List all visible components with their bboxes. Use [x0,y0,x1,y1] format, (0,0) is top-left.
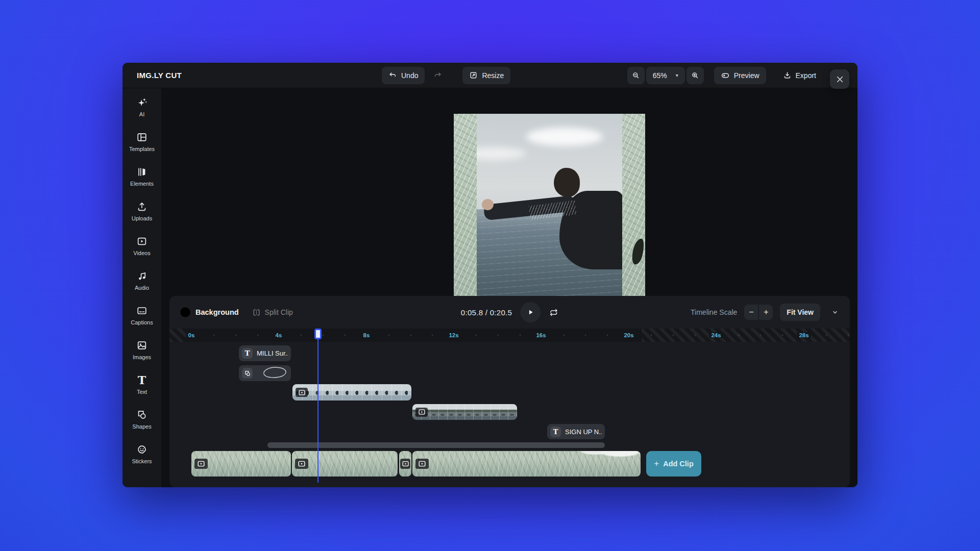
text-clip-label: MILLI Sur... [257,349,288,357]
resize-icon [469,71,478,80]
text-clip-signup[interactable]: T SIGN UP N... [547,424,605,439]
preview-button[interactable]: Preview [714,67,766,84]
close-icon [835,74,845,84]
surfer-head [554,168,580,197]
templates-layout-icon [136,131,148,143]
background-track-segment-2[interactable] [292,451,398,477]
redo-icon [433,71,442,80]
sidebar-item-text[interactable]: T Text [122,374,161,395]
preview-right-border-texture [622,114,645,321]
text-clip-milli[interactable]: T MILLI Sur... [239,345,291,361]
sidebar-item-elements[interactable]: Elements [122,166,161,187]
redo-button[interactable] [429,67,446,84]
ruler-label: 0s [186,332,197,338]
resize-label: Resize [482,71,504,80]
undo-icon [388,71,397,80]
captions-icon [136,305,148,316]
seaweed-detail [630,238,646,266]
sidebar-item-stickers[interactable]: Stickers [122,443,161,464]
cloud [526,128,603,146]
music-note-icon [136,270,148,282]
plus-icon: + [654,459,659,469]
ruler-label: 8s [361,332,372,338]
text-clip-label: SIGN UP N... [565,428,602,436]
sidebar-item-ai[interactable]: AI [122,96,161,117]
sidebar-item-label: Audio [135,285,149,291]
ruler-minor-ticks [191,335,850,336]
zoom-out-button[interactable] [627,67,645,84]
preview-toggle-icon [721,71,730,80]
zoom-level-dropdown[interactable]: 65% ▾ [646,67,685,84]
timeline-ruler[interactable]: 0s 4s 8s 12s 16s 20s 24s 28s [169,329,850,342]
video-clip-2[interactable] [412,404,517,420]
text-icon: T [138,374,146,386]
sidebar-item-uploads[interactable]: Uploads [122,201,161,221]
video-clip-1[interactable] [292,384,411,400]
ruler-label: 16s [534,332,548,338]
sidebar-item-label: Videos [133,250,150,256]
split-clip-button[interactable]: Split Clip [252,308,293,317]
sidebar-item-images[interactable]: Images [122,339,161,360]
background-track-segment-3[interactable] [399,451,411,477]
caret-down-icon: ▾ [676,72,678,78]
undo-button[interactable]: Undo [382,67,425,84]
sidebar-item-templates[interactable]: Templates [122,131,161,152]
play-button[interactable] [520,302,541,322]
timeline-tracks: T MILLI Sur... [169,342,850,487]
sidebar-item-audio[interactable]: Audio [122,270,161,291]
editor-window: IMG.LY CUT Undo Resize [122,63,857,487]
playhead-line [317,333,318,483]
zoom-control-group: 65% ▾ [627,67,704,84]
preview-left-border-texture [454,114,477,321]
loop-button[interactable] [549,308,558,317]
shape-clip-icon [242,368,253,379]
video-play-badge-icon [295,459,308,469]
video-preview-canvas[interactable] [454,114,645,321]
sidebar-item-captions[interactable]: Captions [122,305,161,325]
undo-label: Undo [401,71,418,80]
timeline-scale-decrease-button[interactable]: − [744,305,758,320]
timeline-right-controls: Timeline Scale − + Fit View [691,304,840,321]
zoom-in-button[interactable] [687,67,704,84]
collapse-timeline-button[interactable] [830,308,840,317]
background-selector[interactable]: Background [180,307,239,318]
playhead[interactable] [314,329,322,483]
sidebar-item-shapes[interactable]: Shapes [122,409,161,430]
ruler-label: 20s [622,332,635,338]
sidebar-item-label: Shapes [132,423,151,430]
ruler-hatch-before-start [169,329,186,342]
sidebar-item-label: Images [133,354,151,360]
topbar-right-group: 65% ▾ Preview [627,67,843,84]
upload-icon [136,201,148,212]
topbar-center-group: Undo Resize [382,67,510,84]
zoom-in-icon [691,71,699,80]
sticker-smiley-icon [136,443,148,455]
sidebar-item-label: Uploads [132,215,152,221]
ruler-label: 4s [274,332,284,338]
video-play-badge-icon [194,459,208,469]
sidebar-item-label: AI [139,111,144,117]
shape-clip[interactable] [239,365,291,381]
preview-label: Preview [734,71,760,80]
background-track-segment-1[interactable] [191,451,291,477]
app-title: IMG.LY CUT [137,71,182,80]
video-play-badge-icon [296,388,308,397]
sidebar-item-videos[interactable]: Videos [122,235,161,256]
timeline-scale-increase-button[interactable]: + [759,305,773,320]
time-display: 0:05.8 / 0:20.5 [461,308,512,317]
resize-button[interactable]: Resize [462,67,510,84]
loop-icon [549,308,558,317]
fit-view-button[interactable]: Fit View [780,304,820,321]
ai-sparkles-icon [136,96,148,108]
play-icon [526,308,534,316]
export-button[interactable]: Export [776,67,823,84]
background-track-segment-4[interactable] [412,451,641,477]
background-color-swatch [180,307,191,318]
ruler-label: 24s [709,332,723,338]
preview-video-frame [477,114,622,321]
playhead-handle[interactable] [314,329,322,339]
elements-panels-icon [136,166,148,178]
zoom-level-value: 65% [653,71,667,80]
add-clip-button[interactable]: + Add Clip [646,451,701,477]
close-button[interactable] [830,69,849,89]
